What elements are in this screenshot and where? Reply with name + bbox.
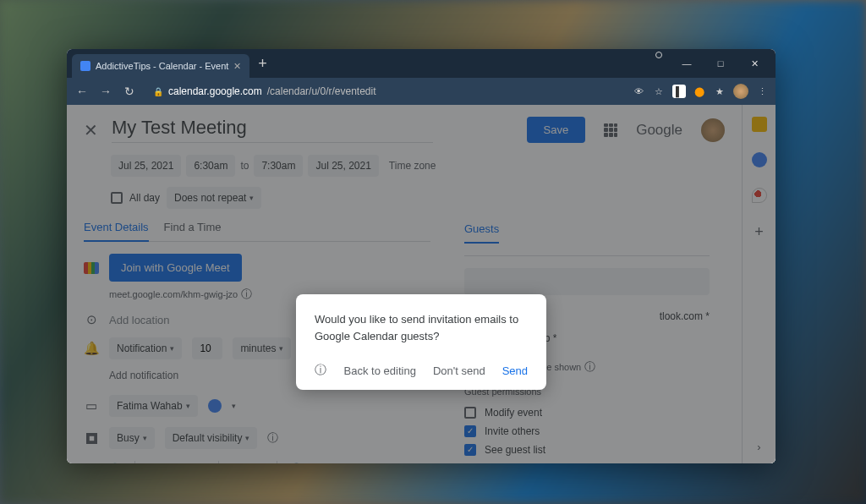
dialog-help-icon[interactable]: ⓘ [315, 363, 326, 378]
maximize-button[interactable]: □ [704, 52, 737, 75]
tab-favicon [80, 61, 90, 71]
page-content: ✕ My Test Meeting Save Google Jul 25, 20… [67, 105, 776, 463]
forward-button[interactable]: → [97, 85, 114, 98]
browser-menu-icon[interactable]: ⋮ [755, 85, 769, 98]
tab-close-icon[interactable]: ✕ [233, 61, 241, 72]
dont-send-button[interactable]: Don't send [433, 364, 485, 377]
reload-button[interactable]: ↻ [121, 85, 138, 98]
minimize-button[interactable]: — [671, 52, 703, 75]
send-invite-dialog: Would you like to send invitation emails… [296, 294, 546, 390]
new-tab-button[interactable]: + [258, 55, 267, 73]
window-controls: — □ ✕ [655, 52, 770, 75]
extension-2-icon[interactable]: ⬤ [693, 85, 706, 98]
profile-avatar-icon[interactable] [733, 84, 748, 99]
tab-title: AddictiveTips - Calendar - Event [96, 61, 228, 71]
url-domain: calendar.google.com [168, 85, 262, 97]
back-to-editing-button[interactable]: Back to editing [344, 364, 416, 377]
close-window-button[interactable]: ✕ [738, 52, 770, 75]
url-field[interactable]: 🔒 calendar.google.com/calendar/u/0/r/eve… [145, 85, 625, 97]
browser-tab[interactable]: AddictiveTips - Calendar - Event ✕ [72, 54, 249, 78]
indicator-icon [655, 52, 662, 58]
browser-titlebar: AddictiveTips - Calendar - Event ✕ + — □… [67, 49, 776, 78]
send-button[interactable]: Send [502, 364, 528, 377]
lock-icon: 🔒 [153, 87, 163, 96]
extension-3-icon[interactable]: ★ [713, 85, 726, 98]
dialog-actions: ⓘ Back to editing Don't send Send [315, 363, 528, 378]
browser-window: AddictiveTips - Calendar - Event ✕ + — □… [67, 49, 776, 463]
extension-icons: 👁 ☆ ▌ ⬤ ★ ⋮ [632, 84, 769, 99]
eye-icon[interactable]: 👁 [632, 85, 645, 98]
extension-1-icon[interactable]: ▌ [672, 85, 686, 98]
star-icon[interactable]: ☆ [652, 85, 666, 98]
address-bar: ← → ↻ 🔒 calendar.google.com/calendar/u/0… [67, 78, 776, 105]
dialog-text: Would you like to send invitation emails… [315, 311, 528, 344]
back-button[interactable]: ← [74, 85, 90, 98]
url-path: /calendar/u/0/r/eventedit [267, 85, 376, 97]
modal-overlay[interactable]: Would you like to send invitation emails… [67, 105, 776, 463]
